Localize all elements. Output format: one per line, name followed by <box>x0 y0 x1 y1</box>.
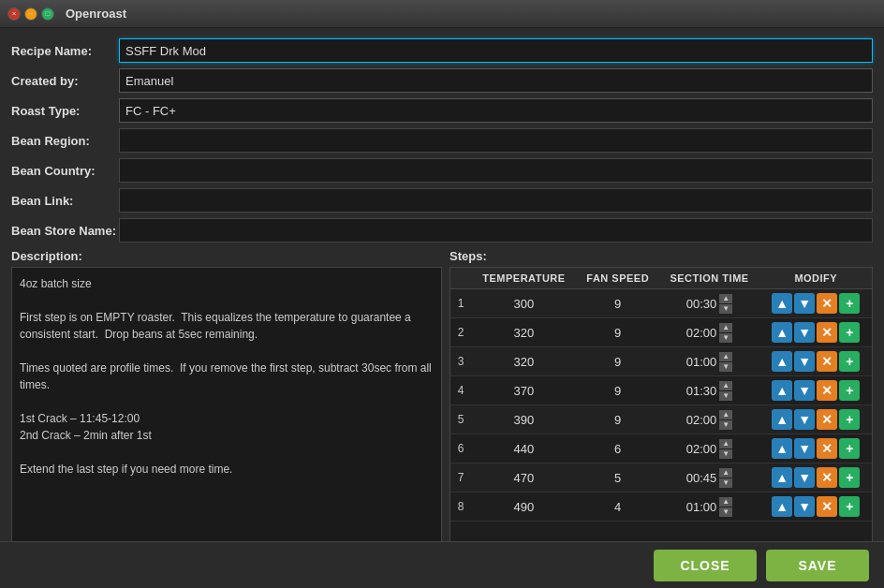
created-by-row: Created by: <box>11 67 873 94</box>
bean-country-row: Bean Country: <box>11 157 873 184</box>
step-add-button[interactable]: + <box>839 351 860 372</box>
time-up-arrow[interactable]: ▲ <box>719 323 732 332</box>
step-up-button[interactable]: ▲ <box>772 351 792 372</box>
roast-type-input[interactable] <box>119 98 873 123</box>
step-delete-button[interactable]: ✕ <box>817 438 837 459</box>
step-down-button[interactable]: ▼ <box>794 293 815 314</box>
time-down-arrow[interactable]: ▼ <box>719 420 732 430</box>
roast-type-row: Roast Type: <box>11 97 873 124</box>
bottom-bar: CLOSE SAVE <box>0 541 884 588</box>
step-add-button[interactable]: + <box>839 293 860 314</box>
step-down-button[interactable]: ▼ <box>794 409 815 430</box>
recipe-name-input[interactable] <box>119 38 873 63</box>
steps-table-wrap: TEMPERATURE FAN SPEED SECTION TIME MODIF… <box>449 267 873 541</box>
step-up-button[interactable]: ▲ <box>772 496 792 517</box>
window-max-button[interactable]: □ <box>41 7 54 21</box>
step-fan: 5 <box>577 463 659 492</box>
step-delete-button[interactable]: ✕ <box>817 380 837 401</box>
description-textarea[interactable] <box>11 267 442 541</box>
step-down-button[interactable]: ▼ <box>794 380 815 401</box>
step-temp: 390 <box>471 405 577 434</box>
bean-store-row: Bean Store Name: <box>11 217 873 243</box>
time-down-arrow[interactable]: ▼ <box>719 391 732 401</box>
step-add-button[interactable]: + <box>839 409 860 430</box>
step-up-button[interactable]: ▲ <box>772 409 792 430</box>
step-temp: 320 <box>471 347 577 376</box>
step-add-button[interactable]: + <box>839 496 860 517</box>
time-down-arrow[interactable]: ▼ <box>719 304 732 314</box>
time-up-arrow[interactable]: ▲ <box>719 468 732 478</box>
bean-store-input[interactable] <box>119 218 873 243</box>
step-delete-button[interactable]: ✕ <box>817 351 837 372</box>
step-down-button[interactable]: ▼ <box>794 322 815 343</box>
bean-region-row: Bean Region: <box>11 127 873 154</box>
bean-region-input[interactable] <box>119 128 873 153</box>
step-num: 3 <box>450 347 471 376</box>
recipe-name-label: Recipe Name: <box>11 44 119 58</box>
table-row: 1 300 9 00:30 ▲ ▼ ▲ ▼ ✕ + <box>450 289 872 318</box>
save-button[interactable]: SAVE <box>766 550 869 581</box>
step-add-button[interactable]: + <box>839 322 860 343</box>
step-up-button[interactable]: ▲ <box>772 380 792 401</box>
time-up-arrow[interactable]: ▲ <box>719 497 732 507</box>
step-modify: ▲ ▼ ✕ + <box>760 492 872 522</box>
step-add-button[interactable]: + <box>839 467 860 488</box>
table-row: 4 370 9 01:30 ▲ ▼ ▲ ▼ ✕ + <box>450 376 872 405</box>
step-fan: 9 <box>577 289 659 318</box>
step-delete-button[interactable]: ✕ <box>817 467 837 488</box>
steps-table: TEMPERATURE FAN SPEED SECTION TIME MODIF… <box>450 268 872 522</box>
two-col-area: Description: Steps: TEMPERATURE FAN SPEE… <box>11 249 873 541</box>
bean-link-row: Bean Link: <box>11 187 873 213</box>
close-button[interactable]: CLOSE <box>654 550 757 581</box>
time-down-arrow[interactable]: ▼ <box>719 478 732 488</box>
step-modify: ▲ ▼ ✕ + <box>760 463 872 492</box>
app-title: Openroast <box>66 7 126 21</box>
time-down-arrow[interactable]: ▼ <box>719 333 732 343</box>
time-up-arrow[interactable]: ▲ <box>719 439 732 448</box>
step-down-button[interactable]: ▼ <box>794 467 815 488</box>
bean-country-input[interactable] <box>119 158 873 183</box>
step-delete-button[interactable]: ✕ <box>817 496 837 517</box>
window-min-button[interactable]: − <box>24 7 37 21</box>
table-row: 6 440 6 02:00 ▲ ▼ ▲ ▼ ✕ + <box>450 434 872 463</box>
step-add-button[interactable]: + <box>839 380 860 401</box>
description-label: Description: <box>11 249 442 263</box>
step-delete-button[interactable]: ✕ <box>817 409 837 430</box>
step-up-button[interactable]: ▲ <box>772 322 792 343</box>
step-time: 01:00 ▲ ▼ <box>659 347 760 376</box>
step-time: 00:45 ▲ ▼ <box>659 463 760 492</box>
steps-label: Steps: <box>449 249 873 263</box>
step-delete-button[interactable]: ✕ <box>817 293 837 314</box>
step-delete-button[interactable]: ✕ <box>817 322 837 343</box>
created-by-input[interactable] <box>119 68 873 93</box>
steps-column: Steps: TEMPERATURE FAN SPEED SECTION TIM… <box>449 249 873 541</box>
col-modify: MODIFY <box>760 268 872 289</box>
step-up-button[interactable]: ▲ <box>772 293 792 314</box>
step-temp: 490 <box>471 492 577 522</box>
step-down-button[interactable]: ▼ <box>794 438 815 459</box>
window-controls[interactable]: × − □ <box>7 7 54 21</box>
table-row: 7 470 5 00:45 ▲ ▼ ▲ ▼ ✕ + <box>450 463 872 492</box>
time-up-arrow[interactable]: ▲ <box>719 352 732 361</box>
time-down-arrow[interactable]: ▼ <box>719 449 732 459</box>
time-down-arrow[interactable]: ▼ <box>719 507 732 517</box>
step-up-button[interactable]: ▲ <box>772 438 792 459</box>
step-up-button[interactable]: ▲ <box>772 467 792 488</box>
time-up-arrow[interactable]: ▲ <box>719 410 732 419</box>
step-down-button[interactable]: ▼ <box>794 496 815 517</box>
roast-type-label: Roast Type: <box>11 104 119 118</box>
window-close-button[interactable]: × <box>7 7 21 21</box>
step-fan: 9 <box>577 347 659 376</box>
step-time: 01:30 ▲ ▼ <box>659 376 760 405</box>
table-row: 3 320 9 01:00 ▲ ▼ ▲ ▼ ✕ + <box>450 347 872 376</box>
time-up-arrow[interactable]: ▲ <box>719 381 732 390</box>
step-num: 4 <box>450 376 471 405</box>
main-content: Recipe Name: Created by: Roast Type: Bea… <box>0 28 884 541</box>
step-fan: 9 <box>577 318 659 347</box>
time-up-arrow[interactable]: ▲ <box>719 294 732 303</box>
step-down-button[interactable]: ▼ <box>794 351 815 372</box>
step-add-button[interactable]: + <box>839 438 860 459</box>
bean-region-label: Bean Region: <box>11 134 119 148</box>
time-down-arrow[interactable]: ▼ <box>719 362 732 372</box>
bean-link-input[interactable] <box>119 188 873 213</box>
